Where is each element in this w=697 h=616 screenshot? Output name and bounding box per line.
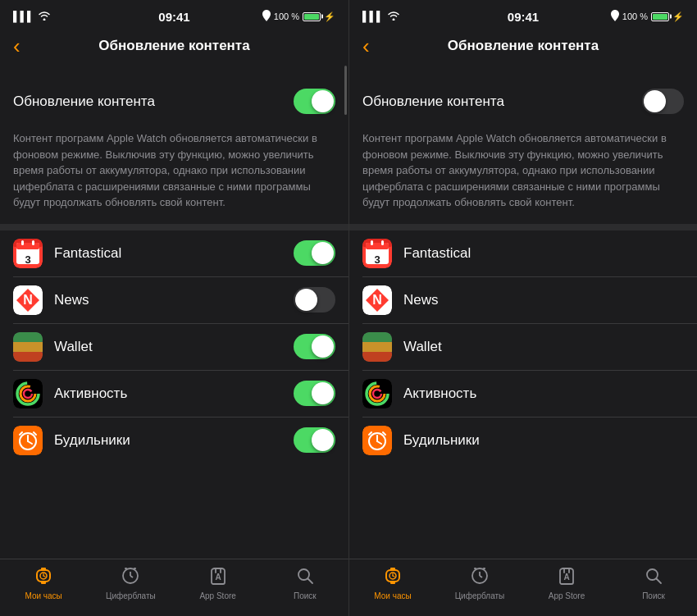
- app-row: Будильники: [362, 418, 697, 463]
- tab-search[interactable]: Поиск: [610, 566, 697, 600]
- search-tab-label: Поиск: [294, 591, 317, 600]
- main-toggle-switch[interactable]: [642, 89, 684, 114]
- wallet-app-icon: [13, 332, 43, 362]
- page-title: Обновление контента: [448, 38, 599, 54]
- back-button[interactable]: ‹: [362, 34, 370, 59]
- svg-rect-48: [362, 342, 392, 352]
- status-time: 09:41: [158, 10, 189, 24]
- signal-bars-icon: ▌▌▌: [362, 11, 384, 22]
- wallet-app-icon: [362, 332, 392, 362]
- app-name-label: Wallet: [54, 339, 294, 355]
- phone-panel-left: ▌▌▌ 09:41 100 %: [0, 0, 348, 616]
- news-app-icon: N: [13, 285, 43, 315]
- search-tab-icon: [644, 566, 663, 589]
- svg-rect-3: [16, 243, 39, 249]
- main-toggle-section: Обновление контентаКонтент программ Appl…: [0, 66, 348, 224]
- main-toggle-label: Обновление контента: [13, 94, 155, 110]
- signal-group: ▌▌▌: [362, 10, 400, 23]
- svg-rect-40: [366, 243, 389, 249]
- activity-toggle-switch[interactable]: [294, 381, 335, 406]
- phone-panel-right: ▌▌▌ 09:41 100 %: [348, 0, 697, 616]
- fantastical-toggle-switch[interactable]: [294, 240, 335, 266]
- svg-line-31: [130, 576, 133, 577]
- app-name-label: News: [54, 292, 294, 308]
- app-row: N News: [13, 277, 348, 324]
- tab-bar: Мои часы Циферблаты A App Store Поиск: [0, 559, 348, 616]
- scroll-indicator: [344, 66, 347, 115]
- svg-rect-49: [362, 352, 392, 362]
- watch-tab-icon: [34, 566, 53, 589]
- battery-group: 100 % ⚡: [611, 10, 684, 23]
- tab-watch[interactable]: Мои часы: [0, 566, 87, 600]
- svg-rect-33: [134, 568, 136, 569]
- description-text: Контент программ Apple Watch обновляется…: [362, 124, 684, 224]
- main-toggle-switch[interactable]: [294, 89, 335, 114]
- alarms-toggle-switch[interactable]: [294, 427, 335, 453]
- app-list: 3 Fantastical N News Wallet Активность: [0, 230, 348, 463]
- svg-text:3: 3: [374, 253, 380, 266]
- signal-group: ▌▌▌: [13, 10, 51, 23]
- svg-line-36: [308, 579, 312, 584]
- wallet-toggle-switch[interactable]: [294, 334, 335, 359]
- main-content: Обновление контентаКонтент программ Appl…: [349, 66, 697, 559]
- store-tab-label: App Store: [199, 591, 235, 600]
- back-button[interactable]: ‹: [13, 34, 20, 59]
- main-toggle-row: Обновление контента: [13, 79, 335, 124]
- svg-line-65: [393, 576, 394, 577]
- main-content: Обновление контентаКонтент программ Appl…: [0, 66, 348, 559]
- watch-tab-label: Мои часы: [374, 591, 411, 600]
- svg-line-68: [480, 576, 482, 577]
- location-icon: [611, 10, 619, 23]
- app-row: 3 Fantastical: [362, 230, 697, 277]
- watch-tab-label: Мои часы: [25, 591, 61, 600]
- store-tab-icon: A: [557, 566, 576, 589]
- app-row: 3 Fantastical: [13, 230, 348, 277]
- tab-store[interactable]: A App Store: [523, 566, 610, 600]
- app-name-label: Активность: [54, 386, 294, 402]
- svg-rect-32: [125, 568, 127, 569]
- tab-bar: Мои часы Циферблаты A App Store Поиск: [349, 559, 697, 616]
- battery-icon: [303, 12, 321, 21]
- alarms-app-icon: [13, 426, 43, 455]
- fantastical-app-icon: 3: [362, 239, 392, 268]
- svg-rect-12: [13, 352, 43, 362]
- app-name-label: News: [403, 292, 684, 308]
- location-icon: [262, 10, 271, 23]
- battery-group: 100 % ⚡: [262, 10, 335, 23]
- signal-bars-icon: ▌▌▌: [13, 11, 34, 22]
- tab-watch[interactable]: Мои часы: [349, 566, 436, 600]
- clock-tab-icon: [470, 566, 490, 589]
- svg-rect-47: [362, 332, 392, 342]
- app-name-label: Fantastical: [54, 245, 294, 262]
- tab-clock[interactable]: Циферблаты: [87, 566, 174, 600]
- app-row: Будильники: [13, 418, 348, 463]
- app-row: Активность: [362, 371, 697, 418]
- svg-rect-11: [13, 342, 43, 352]
- main-toggle-section: Обновление контентаКонтент программ Appl…: [349, 66, 697, 224]
- description-text: Контент программ Apple Watch обновляется…: [13, 124, 335, 224]
- tab-clock[interactable]: Циферблаты: [436, 566, 523, 600]
- main-toggle-label: Обновление контента: [362, 94, 504, 110]
- search-tab-label: Поиск: [642, 591, 665, 600]
- navigation-bar: ‹ Обновление контента: [349, 30, 697, 66]
- news-toggle-switch[interactable]: [294, 287, 335, 313]
- status-bar: ▌▌▌ 09:41 100 %: [349, 0, 697, 30]
- wifi-icon: [38, 10, 51, 23]
- charging-icon: ⚡: [324, 11, 335, 22]
- app-name-label: Активность: [403, 386, 684, 402]
- news-app-icon: N: [362, 285, 392, 315]
- svg-rect-69: [474, 568, 476, 569]
- navigation-bar: ‹ Обновление контента: [0, 30, 348, 66]
- svg-rect-70: [483, 568, 485, 569]
- main-toggle-row: Обновление контента: [362, 79, 684, 124]
- tab-store[interactable]: A App Store: [175, 566, 262, 600]
- svg-text:A: A: [563, 573, 569, 582]
- app-list: 3 Fantastical N News Wallet Активность: [349, 230, 697, 463]
- clock-tab-label: Циферблаты: [106, 591, 156, 600]
- section-divider: [349, 224, 697, 230]
- store-tab-label: App Store: [549, 591, 585, 600]
- tab-search[interactable]: Поиск: [262, 566, 348, 600]
- section-divider: [0, 224, 348, 230]
- svg-rect-43: [381, 240, 384, 245]
- svg-line-28: [43, 576, 45, 577]
